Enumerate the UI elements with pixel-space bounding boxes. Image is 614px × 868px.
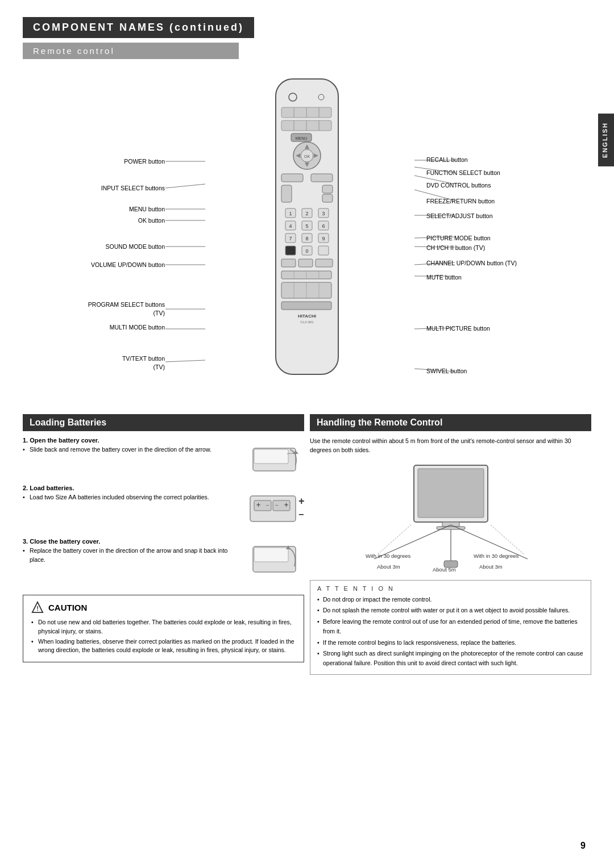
svg-text:2: 2 xyxy=(305,211,308,216)
attention-header: A T T E N T I O N xyxy=(317,585,584,592)
label-picture-mode: PICTURE MODE button xyxy=(426,234,574,243)
label-freeze-return: FREEZE/RETURN button xyxy=(426,197,574,206)
caution-header: ! CAUTION xyxy=(31,601,296,614)
step-1-text: 1. Open the battery cover. Slide back an… xyxy=(23,437,242,456)
svg-text:About 5m: About 5m xyxy=(433,566,456,573)
caution-box: ! CAUTION Do not use new and old batteri… xyxy=(23,595,304,662)
svg-rect-48 xyxy=(298,259,313,267)
attention-item-1: Do not splash the remote control with wa… xyxy=(317,606,584,615)
step-2-bullet: Load two Size AA batteries included obse… xyxy=(23,493,242,502)
label-select-adjust: SELECT/ADJUST button xyxy=(426,212,574,220)
step-3-bullet: Replace the battery cover in the directi… xyxy=(23,546,242,565)
label-swivel: SWIVEL button xyxy=(426,367,574,375)
svg-rect-45 xyxy=(318,246,329,255)
svg-line-70 xyxy=(165,360,205,362)
left-column: Loading Batteries 1. Open the battery co… xyxy=(23,414,304,675)
label-mute: MUTE button xyxy=(426,273,574,282)
svg-text:About 3m: About 3m xyxy=(377,564,400,570)
svg-rect-20 xyxy=(281,174,303,182)
step-2-image: + − − + + − xyxy=(247,485,304,531)
label-sound-mode: SOUND MODE button xyxy=(40,243,165,251)
svg-text:With in 30 degrees: With in 30 degrees xyxy=(366,553,410,559)
subtitle-bar: Remote control xyxy=(23,43,239,59)
right-column: Handling the Remote Control Use the remo… xyxy=(310,414,591,675)
svg-text:!: ! xyxy=(36,605,39,612)
svg-rect-43 xyxy=(285,246,296,255)
svg-text:+: + xyxy=(284,501,288,509)
label-input-select: INPUT SELECT buttons xyxy=(40,184,165,193)
svg-rect-101 xyxy=(418,469,484,518)
step-3-row: 3. Close the battery cover. Replace the … xyxy=(23,538,304,579)
svg-text:8: 8 xyxy=(305,236,308,241)
step-2-text: 2. Load batteries. Load two Size AA batt… xyxy=(23,485,242,503)
svg-rect-58 xyxy=(281,302,331,310)
svg-text:−: − xyxy=(298,510,304,519)
caution-item-1: When loading batteries, observe their co… xyxy=(31,637,296,656)
attention-item-4: Strong light such as direct sunlight imp… xyxy=(317,649,584,668)
label-tv-text: TV/TEXT button(TV) xyxy=(40,354,165,371)
svg-rect-96 xyxy=(254,548,288,562)
caution-title: CAUTION xyxy=(48,603,87,612)
label-multi-picture: MULTI PICTURE button xyxy=(426,324,574,333)
svg-rect-83 xyxy=(254,449,288,464)
handling-diagram: With in 30 degrees With in 30 degrees Ab… xyxy=(310,460,591,573)
english-tab: ENGLISH xyxy=(598,114,614,166)
label-dvd-control: DVD CONTROL buttons xyxy=(426,181,574,190)
svg-text:CLZ-001: CLZ-001 xyxy=(300,320,314,324)
label-program-select: PROGRAM SELECT buttons(TV) xyxy=(40,301,165,317)
loading-batteries-title: Loading Batteries xyxy=(23,414,304,431)
svg-text:OK: OK xyxy=(304,155,310,158)
svg-line-63 xyxy=(165,184,205,188)
svg-text:With in 30 degrees: With in 30 degrees xyxy=(474,553,518,559)
svg-rect-21 xyxy=(311,174,333,182)
caution-item-0: Do not use new and old batteries togethe… xyxy=(31,618,296,636)
svg-text:7: 7 xyxy=(289,236,292,241)
caution-text: Do not use new and old batteries togethe… xyxy=(31,618,296,655)
label-multi-mode: MULTI MODE button xyxy=(40,323,165,332)
step-1-bullet: Slide back and remove the battery cover … xyxy=(23,445,242,454)
svg-text:MENU: MENU xyxy=(296,136,308,140)
header-title: COMPONENT NAMES (continued) xyxy=(23,17,254,38)
tv-remote-diagram-svg: With in 30 degrees With in 30 degrees Ab… xyxy=(360,460,542,573)
svg-text:About 3m: About 3m xyxy=(479,564,503,570)
svg-text:+: + xyxy=(298,495,305,507)
caution-icon: ! xyxy=(31,601,44,614)
label-channel-updown: CHANNEL UP/DOWN button (TV) xyxy=(426,259,574,268)
label-ch-i-ch-ii: CH I/CH II button (TV) xyxy=(426,244,574,252)
step-2-row: 2. Load batteries. Load two Size AA batt… xyxy=(23,485,304,531)
svg-rect-102 xyxy=(442,522,459,527)
step-1-image xyxy=(247,437,304,478)
step-1-title: 1. Open the battery cover. xyxy=(23,437,242,444)
step-3-title: 3. Close the battery cover. xyxy=(23,538,242,545)
label-function-select: FUNCTION SELECT button xyxy=(426,169,574,177)
svg-text:HITACHI: HITACHI xyxy=(298,314,316,319)
svg-text:+: + xyxy=(256,501,260,509)
svg-rect-24 xyxy=(322,194,333,202)
svg-text:3: 3 xyxy=(322,211,325,216)
svg-text:1: 1 xyxy=(289,211,292,216)
loading-batteries-section: Loading Batteries 1. Open the battery co… xyxy=(23,414,304,586)
step-3-text: 3. Close the battery cover. Replace the … xyxy=(23,538,242,566)
bottom-sections: Loading Batteries 1. Open the battery co… xyxy=(23,414,591,675)
svg-rect-22 xyxy=(281,185,292,202)
label-menu: MENU button xyxy=(40,205,165,214)
page-number: 9 xyxy=(580,841,586,851)
svg-text:9: 9 xyxy=(322,236,325,241)
svg-rect-23 xyxy=(322,185,333,193)
step-2-title: 2. Load batteries. xyxy=(23,485,242,491)
svg-text:5: 5 xyxy=(305,223,308,229)
attention-item-3: If the remote control begins to lack res… xyxy=(317,638,584,648)
svg-text:4: 4 xyxy=(289,223,292,229)
svg-rect-47 xyxy=(281,259,296,267)
page-container: ENGLISH COMPONENT NAMES (continued) Remo… xyxy=(0,0,614,868)
attention-item-0: Do not drop or impact the remote control… xyxy=(317,595,584,604)
attention-item-2: Before leaving the remote control out of… xyxy=(317,617,584,636)
svg-text:−: − xyxy=(275,502,279,508)
svg-text:0: 0 xyxy=(305,248,308,254)
label-recall: RECALL button xyxy=(426,156,574,164)
handling-title: Handling the Remote Control xyxy=(310,414,591,431)
label-ok: OK button xyxy=(40,216,165,225)
svg-rect-49 xyxy=(316,259,333,267)
label-volume: VOLUME UP/DOWN button xyxy=(40,261,165,269)
remote-svg: MENU OK xyxy=(244,68,370,398)
